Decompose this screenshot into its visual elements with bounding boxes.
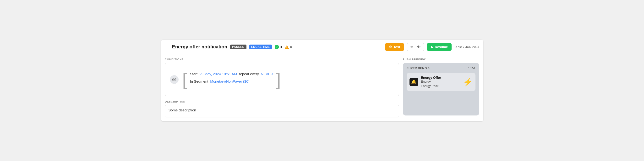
push-app-name: SUPER DEMO 3 <box>406 67 430 70</box>
test-button[interactable]: ⚙ Test <box>385 43 404 51</box>
bracket-close: ] <box>276 71 281 88</box>
page-title: Energy offer notification <box>172 44 227 50</box>
conditions-box: && [ Start 29 May, 2024 10:51 AM repeat … <box>165 63 399 96</box>
push-time: 10:51 <box>468 67 475 70</box>
pencil-icon: ✏ <box>410 45 413 49</box>
condition-row-2: In Segment Monetary/NonPayer ($0) <box>190 79 273 83</box>
resume-button[interactable]: ▶ Resume <box>427 43 452 51</box>
left-panel: CONDITIONS && [ Start 29 May, 2024 10:51… <box>165 58 399 117</box>
start-label: Start <box>190 72 198 76</box>
play-icon: ▶ <box>431 45 434 49</box>
header: ⋮ Energy offer notification PAUSED LOCAL… <box>161 40 483 54</box>
description-section: DESCRIPTION Some description <box>165 100 399 117</box>
main-content: CONDITIONS && [ Start 29 May, 2024 10:51… <box>161 54 483 121</box>
segment-value: Monetary/NonPayer ($0) <box>210 79 249 83</box>
condition-row-1: Start 29 May, 2024 10:51 AM repeat every… <box>190 72 273 76</box>
conditions-label: CONDITIONS <box>165 58 399 61</box>
bell-icon: 🔔 <box>411 79 416 85</box>
gear-icon: ⚙ <box>389 45 392 49</box>
description-box: Some description <box>165 105 399 117</box>
warn-status: 0 <box>285 45 292 49</box>
push-body: 🔔 Energy Offer Energy Energy Pack ⚡ <box>406 73 476 91</box>
check-status: ✓ 0 <box>275 45 282 49</box>
push-preview-card: SUPER DEMO 3 10:51 🔔 Energy Offer Energy… <box>403 63 479 115</box>
drag-handle[interactable]: ⋮ <box>165 44 169 50</box>
lightning-icon: ⚡ <box>463 77 472 86</box>
push-title: Energy Offer <box>421 76 460 80</box>
badge-local-time: LOCAL TIME <box>249 45 272 49</box>
push-app-icon: 🔔 <box>410 78 418 86</box>
check-icon: ✓ <box>275 45 279 49</box>
repeat-label: repeat every <box>239 72 259 76</box>
page-container: ⋮ Energy offer notification PAUSED LOCAL… <box>161 40 483 121</box>
warn-icon <box>285 45 289 49</box>
description-label: DESCRIPTION <box>165 100 399 103</box>
update-date: UPD: 7 JUN 2024 <box>454 45 479 49</box>
check-count: 0 <box>280 45 282 49</box>
repeat-value: NEVER <box>261 72 273 76</box>
bracket-group: [ Start 29 May, 2024 10:51 AM repeat eve… <box>182 71 281 88</box>
and-badge: && <box>170 75 178 84</box>
bracket-open: [ <box>182 71 187 88</box>
start-value: 29 May, 2024 10:51 AM <box>199 72 237 76</box>
push-preview-label: PUSH PREVIEW <box>403 58 479 61</box>
push-text: Energy Offer Energy Energy Pack <box>421 76 460 88</box>
warn-count: 0 <box>290 45 292 49</box>
push-subtitle-line1: Energy <box>421 80 460 84</box>
segment-label: In Segment <box>190 79 208 83</box>
right-panel: PUSH PREVIEW SUPER DEMO 3 10:51 🔔 Energy… <box>403 58 479 117</box>
push-subtitle-line2: Energy Pack <box>421 84 460 88</box>
push-header-row: SUPER DEMO 3 10:51 <box>406 67 476 70</box>
badge-paused: PAUSED <box>230 45 246 49</box>
bracket-content: Start 29 May, 2024 10:51 AM repeat every… <box>187 71 276 88</box>
edit-button[interactable]: ✏ Edit <box>407 43 424 51</box>
conditions-section: CONDITIONS && [ Start 29 May, 2024 10:51… <box>165 58 399 96</box>
